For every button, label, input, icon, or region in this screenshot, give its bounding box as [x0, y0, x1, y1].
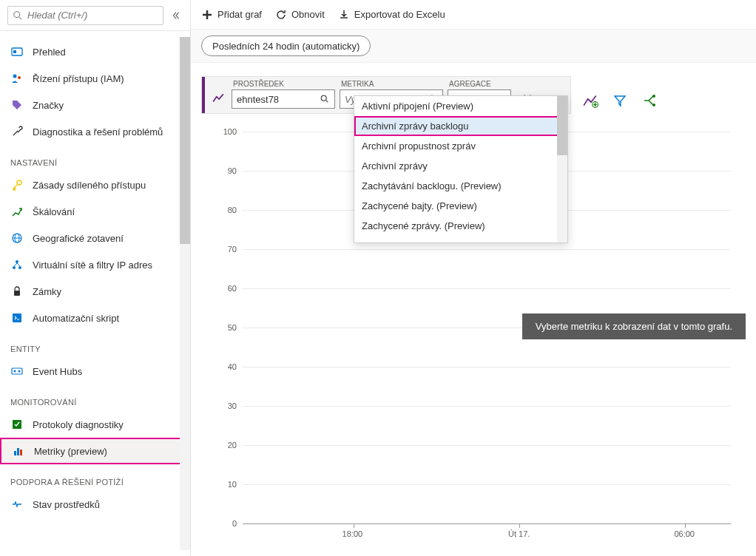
sidebar-item-tags[interactable]: Značky — [0, 92, 190, 118]
resource-input[interactable]: ehntest78 — [232, 89, 335, 109]
sidebar-item-locks[interactable]: Zámky — [0, 278, 190, 305]
sidebar-item-label: Protokoly diagnostiky — [33, 419, 124, 430]
dropdown-item[interactable]: Zachycené zprávy. (Preview) — [354, 216, 567, 236]
sidebar-item-automation[interactable]: Automatizační skript — [0, 305, 190, 331]
chevron-double-left-icon — [171, 10, 181, 21]
x-tick-label: 18:00 — [342, 529, 363, 556]
svg-point-27 — [652, 95, 655, 98]
main-content: Přidat graf Obnovit Exportovat do Excelu… — [191, 0, 756, 556]
add-metric-button[interactable] — [581, 92, 599, 109]
sidebar-item-label: Virtuální sítě a filtry IP adres — [33, 260, 152, 271]
x-tick-mark — [685, 523, 686, 528]
line-chart-icon — [208, 88, 229, 109]
diaglog-icon — [10, 418, 24, 431]
sidebar-item-label: Škálování — [33, 206, 75, 217]
dropdown-scrollbar[interactable] — [557, 96, 567, 243]
dropdown-item[interactable]: Archivní zprávy backlogu — [354, 116, 567, 136]
gridline — [243, 445, 731, 446]
resource-selector: PROSTŘEDEK ehntest78 — [232, 80, 335, 109]
overview-icon — [10, 45, 24, 58]
sidebar-item-geo[interactable]: Geografické zotavení — [0, 225, 190, 251]
timerange-row: Posledních 24 hodin (automaticky) — [191, 30, 756, 63]
scale-icon — [10, 205, 24, 218]
svg-point-16 — [14, 370, 16, 373]
svg-rect-20 — [17, 448, 19, 455]
svg-rect-19 — [14, 451, 16, 455]
sidebar-item-diaglogs[interactable]: Protokoly diagnostiky — [0, 411, 190, 438]
button-label: Exportovat do Excelu — [354, 9, 445, 20]
search-icon — [320, 94, 330, 104]
dropdown-item[interactable]: Aktivní připojení (Preview) — [354, 96, 567, 116]
sidebar-item-eventhubs[interactable]: Event Hubs — [0, 358, 190, 384]
dropdown-item[interactable]: Archivní propustnost zpráv — [354, 136, 567, 156]
sidebar-item-label: Řízení přístupu (IAM) — [33, 73, 124, 84]
sidebar-item-label: Diagnostika a řešení problémů — [33, 126, 163, 138]
sidebar-scrollbar[interactable] — [180, 37, 190, 550]
svg-point-10 — [16, 260, 18, 263]
y-tick-label: 90 — [216, 166, 237, 175]
svg-rect-3 — [13, 50, 16, 53]
x-tick-label: 06:00 — [674, 529, 695, 556]
health-icon — [10, 498, 24, 511]
scrollbar-thumb[interactable] — [557, 96, 567, 155]
timerange-pill[interactable]: Posledních 24 hodin (automaticky) — [201, 35, 371, 56]
nav-section-entity: ENTITY — [0, 331, 190, 358]
split-button[interactable] — [641, 92, 658, 109]
svg-point-4 — [13, 75, 17, 78]
sidebar-item-iam[interactable]: Řízení přístupu (IAM) — [0, 65, 190, 92]
sidebar-item-label: Event Hubs — [33, 366, 82, 377]
sidebar-item-shared-access[interactable]: Zásady sdíleného přístupu — [0, 172, 190, 198]
download-icon — [338, 9, 350, 21]
y-tick-label: 40 — [216, 362, 237, 371]
svg-point-22 — [321, 95, 326, 101]
sidebar-item-vnet[interactable]: Virtuální sítě a filtry IP adres — [0, 251, 190, 278]
button-label: Přidat graf — [217, 9, 262, 20]
toolbar: Přidat graf Obnovit Exportovat do Excelu — [191, 0, 756, 30]
sidebar-item-overview[interactable]: Přehled — [0, 38, 190, 65]
y-tick-label: 70 — [216, 245, 237, 254]
svg-rect-15 — [12, 368, 22, 374]
chart-actions — [581, 81, 658, 114]
gridline — [243, 406, 731, 407]
dropdown-item[interactable]: Ukončená připojení. (Preview) — [354, 236, 567, 243]
metric-dropdown: Aktivní připojení (Preview)Archivní zprá… — [354, 95, 568, 243]
add-chart-button[interactable]: Přidat graf — [201, 9, 262, 21]
sidebar-item-health[interactable]: Stav prostředků — [0, 491, 190, 518]
collapse-sidebar-button[interactable] — [169, 9, 183, 22]
svg-point-6 — [17, 180, 21, 185]
y-tick-label: 10 — [216, 480, 237, 489]
export-excel-button[interactable]: Exportovat do Excelu — [338, 9, 445, 21]
svg-line-1 — [19, 16, 22, 19]
dropdown-item[interactable]: Zachycené bajty. (Preview) — [354, 196, 567, 216]
wrench-icon — [10, 125, 24, 138]
dropdown-item[interactable]: Zachytávání backlogu. (Preview) — [354, 176, 567, 196]
sidebar-item-label: Geografické zotavení — [33, 233, 124, 244]
scrollbar-thumb[interactable] — [180, 37, 190, 244]
sidebar-item-label: Zámky — [33, 286, 61, 297]
search-input[interactable]: Hledat (Ctrl+/) — [7, 6, 163, 25]
sidebar: Hledat (Ctrl+/) Přehled Řízení přístupu … — [0, 0, 191, 556]
gridline — [243, 484, 731, 485]
refresh-button[interactable]: Obnovit — [275, 9, 325, 21]
x-tick-mark — [354, 523, 354, 528]
tag-icon — [10, 98, 24, 112]
y-tick-label: 50 — [216, 323, 237, 332]
plus-icon — [201, 9, 213, 21]
x-tick-mark — [519, 523, 520, 528]
sidebar-item-diagnose[interactable]: Diagnostika a řešení problémů — [0, 118, 190, 145]
eventhubs-icon — [10, 365, 24, 378]
svg-point-12 — [18, 266, 21, 269]
dropdown-item[interactable]: Archivní zprávy — [354, 156, 567, 176]
svg-point-17 — [18, 370, 21, 373]
sidebar-item-label: Přehled — [33, 47, 66, 58]
sidebar-item-label: Stav prostředků — [33, 499, 100, 510]
search-icon — [13, 10, 23, 21]
svg-point-28 — [652, 104, 655, 106]
network-icon — [10, 258, 24, 271]
sidebar-item-metrics[interactable]: Metriky (preview) — [0, 438, 190, 464]
nav-section-monitoring: MONITOROVÁNÍ — [0, 384, 190, 411]
gridline — [243, 249, 731, 250]
filter-button[interactable] — [611, 92, 629, 109]
refresh-icon — [275, 9, 287, 21]
sidebar-item-scale[interactable]: Škálování — [0, 198, 190, 225]
